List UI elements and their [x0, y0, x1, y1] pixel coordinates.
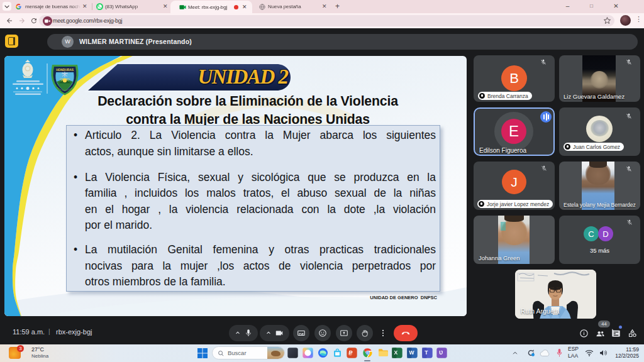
svg-text:HONDURAS: HONDURAS [56, 69, 74, 72]
